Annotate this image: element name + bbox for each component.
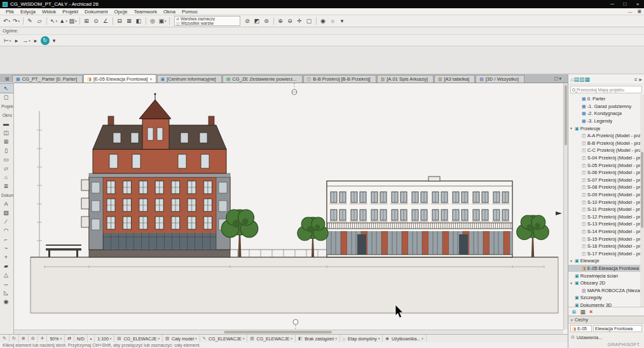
tree-item[interactable]: S-10 Przekrój (Model - przebu: [568, 198, 640, 206]
pen-icon[interactable]: ✎: [25, 17, 35, 26]
direction-combo-icon[interactable]: →▾: [22, 36, 31, 45]
redo-icon[interactable]: ↷▾: [11, 17, 21, 26]
status-segment[interactable]: CG_ELEWACJE ▾: [200, 335, 248, 343]
tree-item[interactable]: S-04 Przekrój (Model - przebu: [568, 154, 640, 162]
slab-tool[interactable]: ▱: [0, 164, 13, 173]
tree-item[interactable]: ▾ Obszary 2D: [568, 279, 640, 287]
tree-item[interactable]: S-05 Przekrój (Model - przebu: [568, 161, 640, 169]
project-map-search-input[interactable]: Przeszukaj Mapę projektu: [570, 86, 642, 93]
view-name-field[interactable]: Elewacja Frontowa: [593, 325, 642, 332]
hotspot-tool[interactable]: +: [0, 253, 13, 262]
tree-item[interactable]: -1. Garaż podziemny: [568, 103, 640, 110]
display-order-icon[interactable]: ◧: [134, 17, 144, 26]
group-icon[interactable]: ⊟: [115, 17, 125, 26]
tree-item[interactable]: S-17 Przekrój (Model - przebu: [568, 250, 640, 257]
camera-tool[interactable]: ◉: [0, 297, 13, 306]
extra-options-icon[interactable]: ▾: [50, 36, 59, 45]
tree-item[interactable]: Szczegóły: [568, 294, 640, 302]
snap-point-icon[interactable]: ⊙: [92, 17, 101, 26]
status-segment[interactable]: CG_ELEWACJE ▾: [247, 335, 296, 343]
menu-item[interactable]: Opcje: [111, 8, 131, 15]
tree-item[interactable]: S-06 Przekrój (Model - przebu: [568, 169, 640, 177]
layer-selection-combo[interactable]: ⊘Warstwa zaznaczy ◫Wszystkie warstw: [174, 16, 240, 26]
canvas-vscrollbar[interactable]: [563, 83, 568, 330]
tree-item[interactable]: S-08 Przekrój (Model - przebu: [568, 184, 640, 191]
toolbar-button[interactable]: [23, 17, 24, 25]
trace-reference-icon[interactable]: ▣▾: [158, 17, 167, 26]
tree-item[interactable]: S-14 Przekrój (Model - przebu: [568, 228, 640, 236]
document-tab[interactable]: [A.01 Spis Arkuszy]: [377, 75, 434, 83]
navigator-menu-icon[interactable]: ≡: [634, 76, 637, 83]
dimension-tool[interactable]: ↔: [0, 279, 13, 288]
add-viewpoint-icon[interactable]: ⊕: [572, 309, 577, 315]
tab-close-icon[interactable]: ×: [149, 77, 152, 81]
layout-book-icon[interactable]: ▥: [579, 76, 585, 83]
zoom-in-icon[interactable]: ⊕: [19, 335, 29, 343]
tree-item[interactable]: S-15 Przekrój (Model - przebu: [568, 235, 640, 243]
toolbox-tool[interactable]: Okno: [0, 110, 13, 119]
tree-item[interactable]: ▾ Przekroje: [568, 124, 640, 132]
menu-item[interactable]: Pomoc: [179, 8, 201, 15]
vscroll-thumb[interactable]: [565, 85, 567, 145]
menu-item[interactable]: Dokument: [81, 8, 111, 15]
hscroll-thumb[interactable]: [224, 331, 332, 333]
status-segment[interactable]: CG_ELEWACJE ▾: [114, 335, 163, 343]
pan-icon[interactable]: ✛: [295, 17, 305, 26]
tree-item[interactable]: S-12 Przekrój (Model - przebu: [568, 213, 640, 221]
fit-view-icon[interactable]: ▢: [305, 17, 314, 26]
toolbar-button[interactable]: [146, 17, 146, 25]
origin-combo-icon[interactable]: ⊢▾: [3, 36, 12, 45]
tree-item[interactable]: C-C Przekrój (Model - przebu: [568, 147, 640, 154]
prev-next-view-icon[interactable]: ⇄: [65, 335, 74, 343]
lock-layer-icon[interactable]: ◩: [252, 17, 262, 26]
navigator-collapse-icon[interactable]: ▸: [639, 76, 642, 83]
menu-item[interactable]: Plik: [3, 8, 17, 15]
zoom-out-icon[interactable]: ⊖: [29, 335, 38, 343]
toolbox-tool[interactable]: Projekt: [0, 102, 13, 110]
tree-item[interactable]: Rozwinięcia ścian: [568, 272, 640, 279]
status-segment[interactable]: Cały model ▾: [163, 335, 200, 343]
navscroll-thumb[interactable]: [641, 152, 643, 228]
rotate-accent-icon[interactable]: ↻: [41, 36, 50, 45]
menu-item[interactable]: Projekt: [59, 8, 81, 15]
toolbar-button[interactable]: [316, 17, 317, 25]
flow-icon[interactable]: ▸: [12, 36, 22, 45]
door-tool[interactable]: ◫: [0, 128, 13, 137]
document-tab[interactable]: [Centrum informacyjne]: [157, 75, 222, 83]
tree-item[interactable]: S-16 Przekrój (Model - przebu: [568, 243, 640, 250]
more-options-icon[interactable]: ▾: [338, 17, 347, 26]
fill-tool[interactable]: ▨: [0, 208, 13, 217]
zoom-out-icon[interactable]: ⊖: [285, 17, 295, 26]
fill-mode-icon[interactable]: ▨▾: [68, 17, 78, 26]
polyline-tool[interactable]: ⌐: [0, 235, 13, 244]
refresh-icon[interactable]: ↻: [10, 335, 19, 343]
stair-tool[interactable]: ≣: [0, 182, 13, 191]
marker-check-icon[interactable]: ◎: [148, 17, 158, 26]
ungroup-icon[interactable]: ⊠: [125, 17, 134, 26]
sun-study-icon[interactable]: ☼: [328, 17, 338, 26]
canvas-hscrollbar[interactable]: [14, 330, 563, 334]
quick-select-icon[interactable]: ▲▾: [58, 17, 68, 26]
flow2-icon[interactable]: ▸: [31, 36, 41, 45]
tab-overview-icon[interactable]: ⊞: [2, 76, 12, 82]
document-tab[interactable]: [3D / Wszystko]: [476, 75, 524, 83]
tree-item[interactable]: S-09 Przekrój (Model - przebu: [568, 191, 640, 199]
tree-item[interactable]: 0. Parter: [568, 95, 640, 103]
status-segment[interactable]: Użytkownika... ▾: [383, 335, 426, 343]
text-tool[interactable]: A: [0, 199, 13, 208]
camera-icon[interactable]: ◉: [319, 17, 328, 26]
scale-select[interactable]: 1:100▾: [95, 335, 114, 343]
zone-tool[interactable]: ▰: [0, 262, 13, 271]
document-tab[interactable]: CG_PT_ Parter [0. Parter]: [12, 75, 83, 83]
document-tab[interactable]: [A3 tabelka]: [434, 75, 475, 83]
mdi-restore-icon[interactable]: ▣: [634, 9, 644, 14]
window-tool[interactable]: ⊞: [0, 137, 13, 146]
label-tool[interactable]: ◺: [0, 288, 13, 297]
grid-snap-icon[interactable]: ⊞: [82, 17, 92, 26]
mdi-minimize-icon[interactable]: —: [625, 10, 634, 14]
toolbar-button[interactable]: [169, 17, 170, 25]
tree-item[interactable]: A-A Przekrój (Model - przebu: [568, 132, 640, 140]
spline-tool[interactable]: ~: [0, 244, 13, 253]
toolbar-button[interactable]: [46, 17, 47, 25]
tree-item[interactable]: ▾ Elewacje: [568, 257, 640, 265]
